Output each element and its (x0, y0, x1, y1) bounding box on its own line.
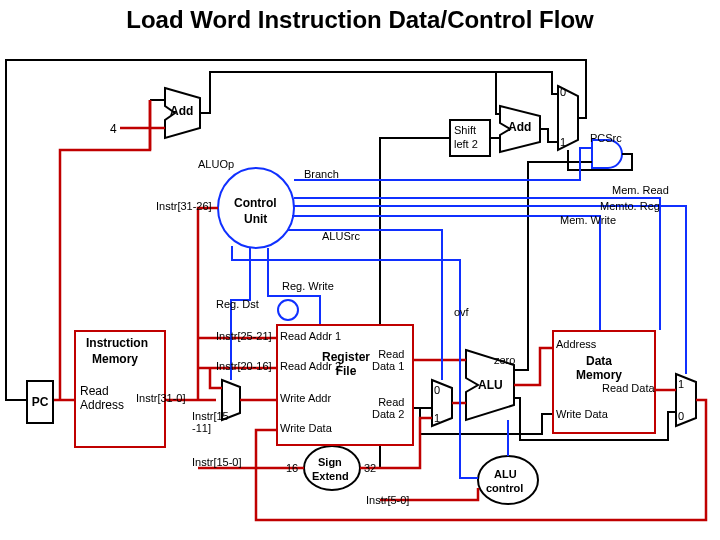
dmem-read-data: Read Data (602, 382, 655, 394)
reg-read-data2: Read Data 2 (372, 396, 404, 420)
add1-label: Add (170, 104, 193, 118)
control-unit-l2: Unit (244, 212, 267, 226)
field-25-21: Instr[25-21] (216, 330, 272, 342)
dmem-addr: Address (556, 338, 596, 350)
signext-16: 16 (286, 462, 298, 474)
mux-alusrc-0: 0 (434, 384, 440, 396)
sig-regdst: Reg. Dst (216, 298, 259, 310)
aluctrl-l2: control (486, 482, 523, 494)
mux-pcsrc-0: 0 (560, 86, 566, 98)
aluctrl-l1: ALU (494, 468, 517, 480)
imem-title-1: Instruction (86, 336, 148, 350)
imem-title-2: Memory (92, 352, 138, 366)
reg-read-data1: Read Data 1 (372, 348, 404, 372)
sig-ovf: ovf (454, 306, 469, 318)
sig-zero: zero (494, 354, 515, 366)
sig-alusrc: ALUSrc (322, 230, 360, 242)
sig-memread: Mem. Read (612, 184, 669, 196)
field-15-0: Instr[15-0] (192, 456, 242, 468)
sig-branch: Branch (304, 168, 339, 180)
svg-point-2 (478, 456, 538, 504)
signext-l1: Sign (318, 456, 342, 468)
reg-write-addr: Write Addr (280, 392, 331, 404)
shiftleft-l1: Shift (454, 124, 476, 136)
shiftleft-l2: left 2 (454, 138, 478, 150)
signext-32: 32 (364, 462, 376, 474)
sig-aluop: ALUOp (198, 158, 234, 170)
add2-label: Add (508, 120, 531, 134)
reg-file-title: Register File (322, 350, 370, 378)
mux-m2r-0: 0 (678, 410, 684, 422)
sig-pcsrc: PCSrc (590, 132, 622, 144)
alu-label: ALU (478, 378, 503, 392)
const-4: 4 (110, 122, 117, 136)
wiring-svg (0, 0, 720, 540)
sig-regwrite: Reg. Write (282, 280, 334, 292)
pc-register: PC (26, 380, 54, 424)
sig-memwrite: Mem. Write (560, 214, 616, 226)
instr-bus-label: Instr[31-0] (136, 392, 186, 404)
field-31-26: Instr[31-26] (156, 200, 212, 212)
svg-point-1 (304, 446, 360, 490)
field-20-16: Instr[20-16] (216, 360, 272, 372)
field-15-11: Instr[15 -11] (192, 410, 229, 434)
mux-alusrc-1: 1 (434, 412, 440, 424)
mux-m2r-1: 1 (678, 378, 684, 390)
reg-read-addr1: Read Addr 1 (280, 330, 341, 342)
mux-pcsrc-1: 1 (560, 136, 566, 148)
dmem-title: Data Memory (576, 354, 622, 382)
dmem-write-data: Write Data (556, 408, 608, 420)
field-5-0: Instr[5-0] (366, 494, 409, 506)
sig-memtoreg: Memto. Reg (600, 200, 660, 212)
signext-l2: Extend (312, 470, 349, 482)
control-unit-l1: Control (234, 196, 277, 210)
reg-write-data: Write Data (280, 422, 332, 434)
svg-point-4 (278, 300, 298, 320)
imem-read-addr-label: Read Address (80, 384, 124, 412)
